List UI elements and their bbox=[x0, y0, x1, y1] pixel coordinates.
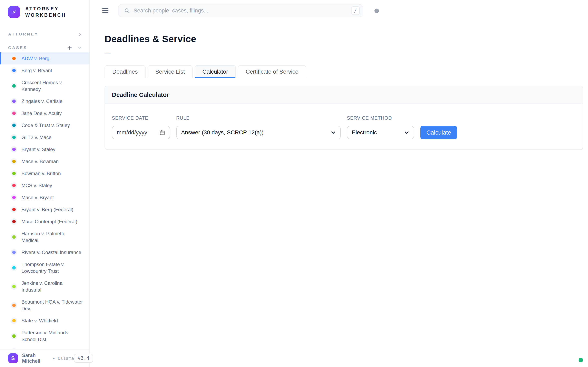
tab[interactable]: Calculator bbox=[195, 65, 236, 78]
calculate-button[interactable]: Calculate bbox=[420, 126, 457, 139]
sidebar: ATTORNEY WORKBENCH ATTORNEY CASES ADW v.… bbox=[0, 0, 90, 367]
case-item[interactable]: Crescent Homes v. Kennedy bbox=[0, 76, 89, 95]
brand-name: ATTORNEY WORKBENCH bbox=[25, 6, 66, 18]
case-item[interactable]: GLT2 v. Mace bbox=[0, 131, 89, 143]
rule-label: RULE bbox=[176, 115, 341, 121]
topbar: Search people, cases, filings... / bbox=[90, 0, 588, 21]
case-label: Harrison v. Palmetto Medical bbox=[21, 230, 66, 244]
search-icon bbox=[124, 8, 130, 13]
case-label: GLT2 v. Mace bbox=[21, 134, 52, 141]
brand: ATTORNEY WORKBENCH bbox=[0, 0, 89, 18]
case-item[interactable]: Rivera v. Coastal Insurance bbox=[0, 246, 89, 258]
case-item[interactable]: Code & Trust v. Staley bbox=[0, 119, 89, 131]
plus-icon[interactable] bbox=[67, 45, 72, 50]
case-color-dot bbox=[12, 235, 16, 239]
case-label: Patterson v. Midlands School Dist. bbox=[21, 329, 68, 343]
case-label: Mace Contempt (Federal) bbox=[21, 218, 77, 225]
case-item[interactable]: ADW v. Berg bbox=[0, 52, 89, 64]
service-method-field: SERVICE METHOD Electronic bbox=[347, 115, 414, 139]
user-avatar[interactable]: S bbox=[8, 353, 18, 363]
case-label: ADW v. Berg bbox=[21, 55, 49, 62]
tab[interactable]: Certificate of Service bbox=[238, 65, 306, 78]
engine-label: Ollama bbox=[58, 356, 74, 361]
search-placeholder: Search people, cases, filings... bbox=[134, 8, 351, 14]
case-color-dot bbox=[12, 285, 16, 288]
case-label: Zingales v. Carlisle bbox=[21, 98, 62, 105]
service-date-input[interactable]: mm/dd/yyyy bbox=[112, 126, 170, 139]
case-label: Jane Doe v. Acuity bbox=[21, 110, 62, 117]
case-item[interactable]: Harrison v. Palmetto Medical bbox=[0, 227, 89, 246]
case-color-dot bbox=[12, 57, 16, 60]
case-item[interactable]: Bryant v. Berg (Federal) bbox=[0, 203, 89, 216]
case-color-dot bbox=[12, 334, 16, 338]
user-name: Sarah Mitchell bbox=[22, 352, 49, 364]
case-color-dot bbox=[12, 319, 16, 322]
tab[interactable]: Deadlines bbox=[104, 65, 146, 78]
case-color-dot bbox=[12, 84, 16, 88]
case-item[interactable]: Beaumont HOA v. Tidewater Dev. bbox=[0, 296, 89, 315]
case-label: Bryant v. Staley bbox=[21, 146, 55, 153]
case-item[interactable]: Jenkins v. Carolina Industrial bbox=[0, 277, 89, 296]
case-label: Mace v. Bowman bbox=[21, 158, 59, 165]
case-color-dot bbox=[12, 196, 16, 199]
case-item[interactable]: Mace v. Bryant bbox=[0, 192, 89, 203]
service-method-label: SERVICE METHOD bbox=[347, 115, 414, 121]
case-color-dot bbox=[12, 160, 16, 163]
service-date-label: SERVICE DATE bbox=[112, 115, 170, 121]
case-label: Mace v. Bryant bbox=[21, 194, 54, 201]
case-item[interactable]: MCS v. Staley bbox=[0, 179, 89, 192]
case-label: Crescent Homes v. Kennedy bbox=[21, 79, 63, 92]
case-item[interactable]: Zingales v. Carlisle bbox=[0, 95, 89, 107]
rule-selected-value: Answer (30 days, SCRCP 12(a)) bbox=[181, 129, 264, 136]
case-color-dot bbox=[12, 208, 16, 211]
case-color-dot bbox=[12, 148, 16, 151]
case-item[interactable]: Mace v. Bowman bbox=[0, 155, 89, 167]
case-color-dot bbox=[12, 266, 16, 269]
connection-status-dot bbox=[579, 358, 583, 362]
case-label: Bryant v. Berg (Federal) bbox=[21, 206, 73, 213]
sidebar-section-attorney[interactable]: ATTORNEY bbox=[0, 32, 89, 36]
rule-field: RULE Answer (30 days, SCRCP 12(a)) bbox=[176, 115, 341, 139]
case-item[interactable]: Jane Doe v. Acuity bbox=[0, 107, 89, 119]
chevron-down-icon bbox=[404, 130, 409, 135]
case-item[interactable]: Bryant v. Staley bbox=[0, 143, 89, 155]
sidebar-section-cases[interactable]: CASES bbox=[0, 45, 89, 50]
case-item[interactable]: Mace Contempt (Federal) bbox=[0, 216, 89, 227]
version-badge: v3.4 bbox=[74, 354, 93, 363]
tab[interactable]: Service List bbox=[148, 65, 193, 78]
case-color-dot bbox=[12, 111, 16, 115]
hamburger-menu-icon[interactable] bbox=[102, 8, 108, 13]
case-color-dot bbox=[12, 172, 16, 175]
calendar-icon[interactable] bbox=[159, 129, 165, 136]
case-item[interactable]: State v. Whitfield bbox=[0, 315, 89, 327]
case-item[interactable]: Patterson v. Midlands School Dist. bbox=[0, 327, 89, 345]
case-label: Thompson Estate v. Lowcountry Trust bbox=[21, 261, 65, 275]
case-label: Rivera v. Coastal Insurance bbox=[21, 249, 81, 256]
case-list: ADW v. Berg Berg v. Bryant Crescent Home… bbox=[0, 52, 89, 351]
case-color-dot bbox=[12, 220, 16, 223]
calculator-form: SERVICE DATE mm/dd/yyyy RULE Answer (30 … bbox=[105, 104, 583, 150]
chevron-down-icon[interactable] bbox=[78, 45, 82, 50]
deadline-calculator-card: Deadline Calculator SERVICE DATE mm/dd/y… bbox=[104, 86, 583, 150]
chevron-right-icon[interactable] bbox=[78, 32, 82, 36]
page-title: Deadlines & Service bbox=[104, 33, 588, 44]
search-input[interactable]: Search people, cases, filings... / bbox=[118, 4, 363, 17]
main-content: Search people, cases, filings... / Deadl… bbox=[90, 0, 588, 367]
service-method-select[interactable]: Electronic bbox=[347, 126, 414, 139]
tab-bar: Deadlines Service List Calculator Certif… bbox=[104, 65, 583, 78]
case-item[interactable]: Berg v. Bryant bbox=[0, 64, 89, 76]
app-logo bbox=[8, 6, 20, 18]
chevron-down-icon bbox=[330, 130, 336, 135]
case-item[interactable]: Thompson Estate v. Lowcountry Trust bbox=[0, 258, 89, 277]
case-label: Jenkins v. Carolina Industrial bbox=[21, 280, 62, 293]
rule-select[interactable]: Answer (30 days, SCRCP 12(a)) bbox=[176, 126, 341, 139]
case-label: Beaumont HOA v. Tidewater Dev. bbox=[21, 299, 83, 312]
case-color-dot bbox=[12, 100, 16, 103]
case-item[interactable]: Bowman v. Britton bbox=[0, 167, 89, 179]
card-title: Deadline Calculator bbox=[105, 86, 583, 104]
service-date-field: SERVICE DATE mm/dd/yyyy bbox=[112, 115, 170, 139]
service-date-placeholder: mm/dd/yyyy bbox=[117, 129, 147, 136]
case-label: State v. Whitfield bbox=[21, 317, 58, 324]
case-label: MCS v. Staley bbox=[21, 182, 52, 189]
attorney-section-label: ATTORNEY bbox=[8, 32, 38, 36]
